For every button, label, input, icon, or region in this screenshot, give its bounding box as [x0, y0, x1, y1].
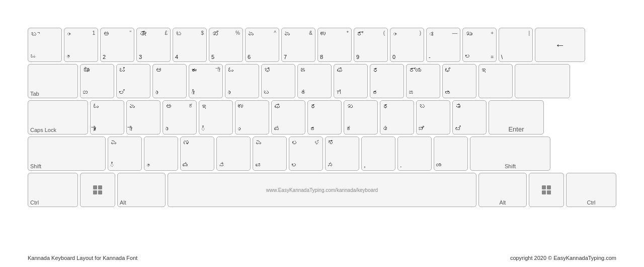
key-tab[interactable]: Tab: [28, 64, 78, 98]
key-5[interactable]: ಖೆ % 5: [209, 28, 243, 62]
key-ctrl-right[interactable]: Ctrl: [566, 173, 616, 207]
key-minus[interactable]: ಃ — -: [426, 28, 460, 62]
key-4[interactable]: ಬ $ 4: [173, 28, 207, 62]
key-s[interactable]: ಏ ೇ: [126, 100, 160, 135]
key-win-left[interactable]: [80, 173, 115, 207]
backspace-icon: ←: [555, 39, 565, 51]
key-k[interactable]: ಖ ಕ: [344, 100, 378, 135]
keyboard-title: Kannada Keyboard: [28, 255, 75, 261]
key-3[interactable]: ತೀ £ 3: [136, 28, 171, 62]
key-win-right[interactable]: [529, 173, 564, 207]
key-y[interactable]: ಭ ಬ: [261, 64, 295, 98]
keyboard-subtitle: Layout for Kannada Font: [76, 255, 137, 261]
space-url-text: www.EasyKannadaTyping.com/kannada/keyboa…: [266, 187, 378, 193]
key-a[interactable]: ಓ ೋ: [90, 100, 124, 135]
key-r[interactable]: ಈ ೀ ೇ: [189, 64, 223, 98]
key-h[interactable]: ಫ ಪ: [271, 100, 305, 135]
key-enter-bottom[interactable]: Enter: [489, 100, 544, 135]
key-backspace[interactable]: ←: [535, 28, 585, 62]
key-g[interactable]: ಉ ು: [235, 100, 269, 135]
row-asdf: Caps Lock ಓ ೋ ಏ ೇ ಅ ಾ ಕ ಇ ಿ ಉ ು ಫ ಪ ಥ ರ: [28, 100, 616, 135]
footer-copyright: copyright 2020 © EasyKannadaTyping.com: [510, 255, 616, 261]
key-f[interactable]: ಇ ಿ: [199, 100, 233, 135]
keyboard-container: ಬ¬ ಒ ಂ 1 ಂ ಅ " 2 ತೀ £ 3 ಬ $ 4 ಖೆ % 5 ಏ: [28, 28, 616, 209]
key-period[interactable]: .: [397, 137, 432, 171]
key-0[interactable]: ಂ ) 0: [390, 28, 424, 62]
row-shift: Shift ಎ ಿ ಂ ಣ ಮ ನ ಎ ವ ಲ ಲ ಳ ಶ ಸ ,: [28, 137, 616, 171]
key-shift-right[interactable]: Shift: [470, 137, 550, 171]
key-quote[interactable]: ತ ಟಿ: [452, 100, 487, 135]
key-u[interactable]: ಜ ಹ: [297, 64, 332, 98]
key-8[interactable]: ಉ * 8: [317, 28, 352, 62]
key-n[interactable]: ಲ ಲ ಳ: [289, 137, 323, 171]
key-slash[interactable]: ಯ: [434, 137, 468, 171]
key-9[interactable]: ರ್ ( 9: [354, 28, 388, 62]
key-2[interactable]: ಅ " 2: [100, 28, 134, 62]
key-q[interactable]: ಝಾ ಐ: [80, 64, 114, 98]
key-bracket-l[interactable]: ಛ ಡ: [442, 64, 476, 98]
key-alt-left[interactable]: Alt: [117, 173, 166, 207]
key-e[interactable]: ಆ ಾ: [152, 64, 187, 98]
key-alt-right[interactable]: Alt: [478, 173, 527, 207]
key-m[interactable]: ಶ ಸ: [325, 137, 359, 171]
key-l[interactable]: ಥ ತ: [380, 100, 414, 135]
key-z[interactable]: ಎ ಿ: [108, 137, 142, 171]
key-1[interactable]: ಂ 1 ಂ: [64, 28, 98, 62]
key-d[interactable]: ಅ ಾ ಕ: [163, 100, 197, 135]
key-shift-left[interactable]: Shift: [28, 137, 106, 171]
row-qwerty: Tab ಝಾ ಐ ಒಿ ಲಿ ಆ ಾ ಈ ೀ ೇ ಓ ಾ ಭ ಬ ಜ ಹ: [28, 64, 616, 98]
row-bottom: Ctrl Alt www.EasyKannadaTyping.com/kanna…: [28, 173, 616, 207]
key-i[interactable]: ಫ ಗ: [334, 64, 368, 98]
key-backtick[interactable]: ಬ¬ ಒ: [28, 28, 62, 62]
key-space[interactable]: www.EasyKannadaTyping.com/kannada/keyboa…: [168, 173, 476, 207]
key-caps-lock[interactable]: Caps Lock: [28, 100, 88, 135]
windows-logo-icon-right: [542, 185, 551, 194]
key-equals[interactable]: ಖು + ಲ =: [462, 28, 497, 62]
windows-logo-icon: [93, 185, 102, 194]
key-backslash[interactable]: | \: [499, 28, 533, 62]
key-enter[interactable]: [515, 64, 570, 98]
key-comma[interactable]: ,: [361, 137, 395, 171]
key-o[interactable]: ಧ ದ: [370, 64, 404, 98]
key-b[interactable]: ಎ ವ: [253, 137, 287, 171]
key-6[interactable]: ಏ ^ 6: [245, 28, 279, 62]
footer: Kannada Keyboard Layout for Kannada Font…: [28, 255, 616, 261]
key-c[interactable]: ಣ ಮ: [180, 137, 214, 171]
key-t[interactable]: ಓ ಾ: [225, 64, 259, 98]
key-x[interactable]: ಂ: [144, 137, 178, 171]
key-bracket-r[interactable]: ಇ: [478, 64, 513, 98]
key-p[interactable]: ರ್ಯ ಜ: [406, 64, 440, 98]
footer-left: Kannada Keyboard Layout for Kannada Font: [28, 255, 137, 261]
key-ctrl-left[interactable]: Ctrl: [28, 173, 78, 207]
key-7[interactable]: ಏ & 7: [281, 28, 315, 62]
key-w[interactable]: ಒಿ ಲಿ: [116, 64, 150, 98]
key-v[interactable]: ನ: [216, 137, 251, 171]
row-number: ಬ¬ ಒ ಂ 1 ಂ ಅ " 2 ತೀ £ 3 ಬ $ 4 ಖೆ % 5 ಏ: [28, 28, 616, 62]
key-j[interactable]: ಥ ರ: [307, 100, 342, 135]
key-semicolon[interactable]: ಬ ಚೆ: [416, 100, 450, 135]
